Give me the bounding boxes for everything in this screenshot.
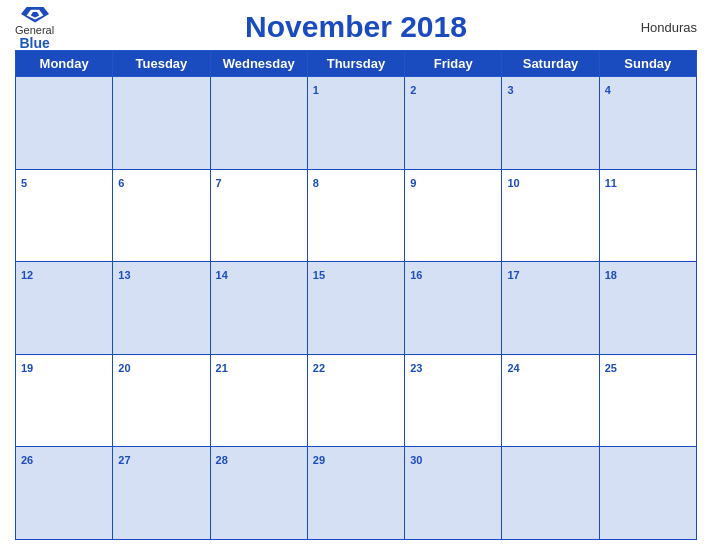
day-number: 21 xyxy=(216,362,228,374)
calendar-day-15: 15 xyxy=(307,262,404,355)
calendar-empty-cell xyxy=(502,447,599,540)
day-number: 12 xyxy=(21,269,33,281)
day-number: 14 xyxy=(216,269,228,281)
day-number: 25 xyxy=(605,362,617,374)
calendar-week-2: 567891011 xyxy=(16,169,697,262)
weekday-header-friday: Friday xyxy=(405,51,502,77)
calendar-week-5: 2627282930 xyxy=(16,447,697,540)
calendar-day-6: 6 xyxy=(113,169,210,262)
day-number: 6 xyxy=(118,177,124,189)
calendar-day-12: 12 xyxy=(16,262,113,355)
day-number: 8 xyxy=(313,177,319,189)
day-number: 10 xyxy=(507,177,519,189)
weekday-header-sunday: Sunday xyxy=(599,51,696,77)
day-number: 19 xyxy=(21,362,33,374)
calendar-week-1: 1234 xyxy=(16,77,697,170)
day-number: 29 xyxy=(313,454,325,466)
day-number: 20 xyxy=(118,362,130,374)
day-number: 1 xyxy=(313,84,319,96)
weekday-header-thursday: Thursday xyxy=(307,51,404,77)
calendar-empty-cell xyxy=(210,77,307,170)
day-number: 16 xyxy=(410,269,422,281)
day-number: 2 xyxy=(410,84,416,96)
calendar-day-2: 2 xyxy=(405,77,502,170)
day-number: 18 xyxy=(605,269,617,281)
calendar-day-18: 18 xyxy=(599,262,696,355)
logo-icon xyxy=(21,4,49,24)
calendar-day-8: 8 xyxy=(307,169,404,262)
day-number: 7 xyxy=(216,177,222,189)
calendar-day-21: 21 xyxy=(210,354,307,447)
calendar-day-24: 24 xyxy=(502,354,599,447)
calendar-week-4: 19202122232425 xyxy=(16,354,697,447)
day-number: 15 xyxy=(313,269,325,281)
calendar-day-30: 30 xyxy=(405,447,502,540)
calendar-day-10: 10 xyxy=(502,169,599,262)
day-number: 13 xyxy=(118,269,130,281)
header: General Blue November 2018 Honduras xyxy=(15,10,697,44)
calendar-day-4: 4 xyxy=(599,77,696,170)
weekday-header-saturday: Saturday xyxy=(502,51,599,77)
day-number: 11 xyxy=(605,177,617,189)
calendar-day-29: 29 xyxy=(307,447,404,540)
calendar-table: MondayTuesdayWednesdayThursdayFridaySatu… xyxy=(15,50,697,540)
country-label: Honduras xyxy=(641,20,697,35)
day-number: 5 xyxy=(21,177,27,189)
calendar-day-27: 27 xyxy=(113,447,210,540)
calendar-day-25: 25 xyxy=(599,354,696,447)
day-number: 4 xyxy=(605,84,611,96)
day-number: 9 xyxy=(410,177,416,189)
weekday-header-wednesday: Wednesday xyxy=(210,51,307,77)
calendar-week-3: 12131415161718 xyxy=(16,262,697,355)
logo: General Blue xyxy=(15,4,54,50)
calendar-day-19: 19 xyxy=(16,354,113,447)
calendar-day-20: 20 xyxy=(113,354,210,447)
day-number: 30 xyxy=(410,454,422,466)
logo-blue-text: Blue xyxy=(19,36,49,50)
calendar-day-16: 16 xyxy=(405,262,502,355)
calendar-day-3: 3 xyxy=(502,77,599,170)
day-number: 17 xyxy=(507,269,519,281)
day-number: 26 xyxy=(21,454,33,466)
day-number: 27 xyxy=(118,454,130,466)
calendar-day-1: 1 xyxy=(307,77,404,170)
day-number: 23 xyxy=(410,362,422,374)
day-number: 24 xyxy=(507,362,519,374)
calendar-day-5: 5 xyxy=(16,169,113,262)
calendar-day-7: 7 xyxy=(210,169,307,262)
calendar-day-28: 28 xyxy=(210,447,307,540)
calendar-day-11: 11 xyxy=(599,169,696,262)
calendar-day-9: 9 xyxy=(405,169,502,262)
day-number: 22 xyxy=(313,362,325,374)
calendar-day-13: 13 xyxy=(113,262,210,355)
day-number: 3 xyxy=(507,84,513,96)
page-title: November 2018 xyxy=(245,10,467,44)
calendar-day-26: 26 xyxy=(16,447,113,540)
day-number: 28 xyxy=(216,454,228,466)
calendar-day-22: 22 xyxy=(307,354,404,447)
calendar-day-17: 17 xyxy=(502,262,599,355)
calendar-empty-cell xyxy=(16,77,113,170)
weekday-header-row: MondayTuesdayWednesdayThursdayFridaySatu… xyxy=(16,51,697,77)
calendar-empty-cell xyxy=(113,77,210,170)
calendar-day-23: 23 xyxy=(405,354,502,447)
calendar-day-14: 14 xyxy=(210,262,307,355)
weekday-header-tuesday: Tuesday xyxy=(113,51,210,77)
weekday-header-monday: Monday xyxy=(16,51,113,77)
calendar-empty-cell xyxy=(599,447,696,540)
